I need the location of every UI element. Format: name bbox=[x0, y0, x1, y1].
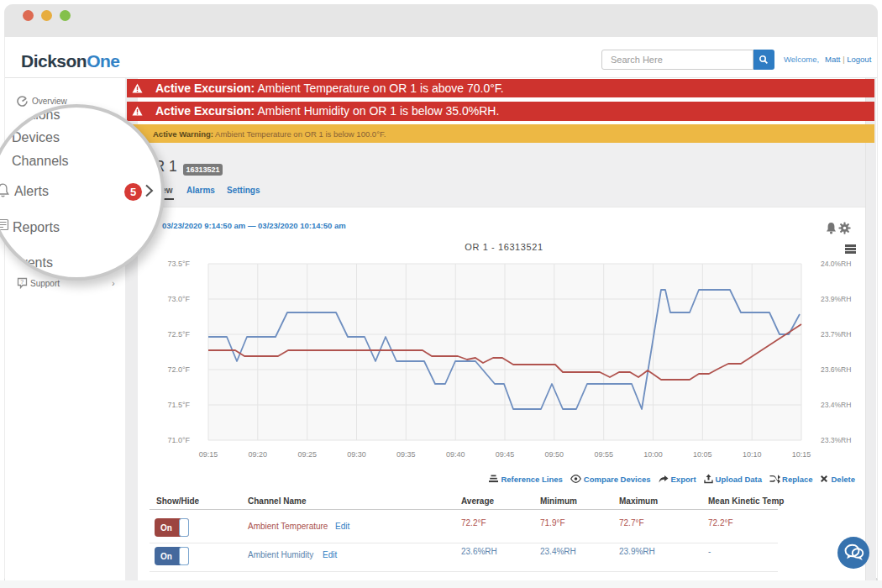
svg-text:10:05: 10:05 bbox=[693, 450, 712, 459]
svg-text:09:15: 09:15 bbox=[199, 450, 218, 459]
svg-text:23.7%RH: 23.7%RH bbox=[821, 330, 851, 339]
svg-text:23.6%RH: 23.6%RH bbox=[821, 365, 851, 374]
svg-text:09:20: 09:20 bbox=[249, 450, 268, 459]
svg-text:73.0°F: 73.0°F bbox=[167, 295, 190, 303]
svg-text:09:55: 09:55 bbox=[594, 450, 613, 459]
svg-text:09:50: 09:50 bbox=[545, 450, 564, 459]
svg-text:23.4%RH: 23.4%RH bbox=[821, 401, 851, 409]
svg-text:24.0%RH: 24.0%RH bbox=[821, 260, 851, 268]
svg-text:?: ? bbox=[20, 279, 24, 285]
svg-text:09:35: 09:35 bbox=[396, 450, 416, 459]
svg-text:09:45: 09:45 bbox=[496, 450, 515, 459]
svg-text:09:25: 09:25 bbox=[297, 450, 317, 459]
svg-text:09:30: 09:30 bbox=[347, 450, 366, 459]
svg-text:23.9%RH: 23.9%RH bbox=[821, 295, 851, 303]
svg-text:10:00: 10:00 bbox=[643, 450, 663, 459]
svg-text:73.5°F: 73.5°F bbox=[167, 260, 190, 268]
svg-text:71.5°F: 71.5°F bbox=[167, 401, 190, 409]
svg-text:10:15: 10:15 bbox=[792, 450, 811, 459]
svg-text:09:40: 09:40 bbox=[446, 450, 465, 459]
svg-text:23.3%RH: 23.3%RH bbox=[821, 436, 851, 444]
svg-text:10:10: 10:10 bbox=[743, 450, 762, 459]
svg-text:72.0°F: 72.0°F bbox=[167, 365, 190, 374]
svg-text:71.0°F: 71.0°F bbox=[167, 436, 190, 444]
svg-text:72.5°F: 72.5°F bbox=[167, 330, 190, 339]
